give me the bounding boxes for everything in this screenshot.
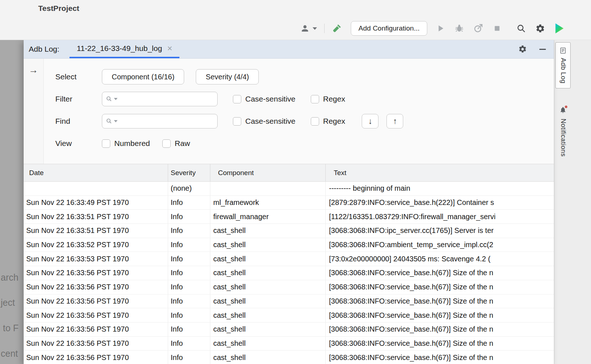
log-component: cast_shell (210, 294, 326, 308)
log-text: [3068:3068:INFO:service_base.h(67)] Size… (326, 323, 554, 336)
background-text-fragment: arch (1, 272, 19, 283)
log-row[interactable]: Sun Nov 22 16:33:51 PST 1970 Info cast_s… (24, 224, 554, 238)
log-severity: Info (168, 351, 210, 364)
log-text: [3068:3068:INFO:service_base.h(67)] Size… (326, 337, 554, 351)
raw-checkbox[interactable]: Raw (162, 139, 190, 148)
log-row[interactable]: Sun Nov 22 16:33:56 PST 1970 Info cast_s… (24, 294, 554, 309)
checkbox-box (233, 95, 241, 103)
filter-regex-checkbox[interactable]: Regex (311, 95, 345, 103)
checkbox-box (233, 117, 241, 126)
build-hammer-icon[interactable] (332, 23, 344, 34)
search-history-chevron-icon[interactable] (114, 120, 118, 122)
log-component (210, 182, 326, 195)
stop-icon[interactable] (491, 23, 503, 34)
log-text: [3068:3068:INFO:ipc_server.cc(1765)] Ser… (326, 224, 554, 238)
log-row[interactable]: Sun Nov 22 16:33:56 PST 1970 Info cast_s… (24, 266, 554, 280)
log-date: Sun Nov 22 16:33:56 PST 1970 (24, 323, 168, 336)
checkbox-label: Raw (175, 139, 190, 148)
log-component: firewall_manager (210, 210, 326, 223)
log-text: [3068:3068:INFO:service_base.h(67)] Size… (326, 280, 554, 294)
log-row[interactable]: Sun Nov 22 16:33:56 PST 1970 Info cast_s… (24, 280, 554, 294)
log-row[interactable]: Sun Nov 22 16:33:49 PST 1970 Info ml_fra… (24, 196, 554, 210)
background-text-fragment: ject (1, 297, 15, 308)
log-document-icon (559, 47, 567, 54)
column-header-severity[interactable]: Severity (168, 164, 210, 181)
log-row[interactable]: Sun Nov 22 16:33:56 PST 1970 Info cast_s… (24, 308, 554, 323)
profiler-icon[interactable] (472, 23, 484, 34)
close-tab-icon[interactable]: × (167, 44, 172, 53)
column-header-date[interactable]: Date (24, 164, 168, 181)
log-component: cast_shell (210, 252, 326, 266)
find-row: Find Case-sensitive Regex ↓ (55, 114, 554, 128)
add-configuration-button[interactable]: Add Configuration... (351, 21, 427, 36)
find-input[interactable] (119, 114, 217, 128)
find-search-box (102, 114, 218, 128)
numbered-checkbox[interactable]: Numbered (102, 139, 150, 148)
main-toolbar: Add Configuration... (299, 21, 565, 36)
tool-strip-tab-adb-log[interactable]: Adb Log (555, 42, 571, 88)
log-date: Sun Nov 22 16:33:56 PST 1970 (24, 266, 168, 280)
header-actions (517, 40, 546, 58)
log-component: cast_shell (210, 280, 326, 294)
background-text-fragment: cent (1, 348, 18, 359)
log-row[interactable]: Sun Nov 22 16:33:51 PST 1970 Info firewa… (24, 210, 554, 224)
log-date: Sun Nov 22 16:33:56 PST 1970 (24, 308, 168, 322)
play-store-icon[interactable] (553, 23, 565, 34)
log-text: [3068:3068:INFO:service_base.h(67)] Size… (326, 294, 554, 308)
checkbox-label: Regex (323, 117, 345, 126)
log-row[interactable]: Sun Nov 22 16:33:52 PST 1970 Info cast_s… (24, 238, 554, 252)
checkbox-box (102, 139, 110, 148)
log-table-header: Date Severity Component Text (24, 164, 554, 182)
checkbox-box (311, 117, 319, 126)
log-severity: Info (168, 196, 210, 210)
log-row[interactable]: (none) --------- beginning of main (24, 182, 554, 196)
log-component: cast_shell (210, 351, 326, 364)
hide-panel-icon[interactable] (539, 49, 546, 50)
find-regex-checkbox[interactable]: Regex (311, 117, 345, 126)
debug-icon[interactable] (453, 23, 465, 34)
search-history-chevron-icon[interactable] (114, 98, 118, 100)
log-text: [3068:3068:INFO:service_base.h(67)] Size… (326, 308, 554, 322)
ide-titlebar: TestProject Add Configuration... (0, 0, 591, 40)
settings-gear-icon[interactable] (534, 23, 546, 34)
run-icon[interactable] (435, 23, 446, 34)
filter-panel: → Select Component (16/16) Severity (4/4… (24, 59, 554, 164)
tool-strip-tab-notifications[interactable]: Notifications (555, 102, 571, 161)
user-profile-button[interactable] (299, 23, 317, 34)
filter-input[interactable] (119, 92, 217, 106)
log-text: [2879:2879:INFO:service_base.h(222)] Con… (326, 196, 554, 210)
log-component: cast_shell (210, 308, 326, 322)
log-severity: Info (168, 294, 210, 308)
search-icon[interactable] (515, 23, 527, 34)
log-severity: Info (168, 238, 210, 252)
log-severity: Info (168, 280, 210, 294)
find-case-sensitive-checkbox[interactable]: Case-sensitive (233, 117, 296, 126)
log-text: --------- beginning of main (326, 182, 554, 195)
column-header-component[interactable]: Component (210, 164, 326, 181)
filter-label: Filter (55, 95, 102, 103)
collapse-arrow-icon[interactable]: → (29, 64, 38, 75)
column-header-text[interactable]: Text (326, 164, 554, 181)
component-filter-button[interactable]: Component (16/16) (102, 69, 184, 84)
project-title: TestProject (38, 4, 79, 13)
view-row: View Numbered Raw (55, 136, 554, 151)
tool-strip-label: Notifications (559, 119, 567, 157)
log-row[interactable]: Sun Nov 22 16:33:53 PST 1970 Info cast_s… (24, 252, 554, 266)
log-severity: Info (168, 308, 210, 322)
severity-filter-button[interactable]: Severity (4/4) (196, 69, 259, 84)
log-row[interactable]: Sun Nov 22 16:33:56 PST 1970 Info cast_s… (24, 337, 554, 351)
log-date: Sun Nov 22 16:33:56 PST 1970 (24, 337, 168, 351)
notification-dot (565, 106, 567, 108)
log-date: Sun Nov 22 16:33:56 PST 1970 (24, 294, 168, 308)
log-severity: Info (168, 323, 210, 336)
find-next-button[interactable]: ↓ (362, 114, 378, 128)
log-row[interactable]: Sun Nov 22 16:33:56 PST 1970 Info cast_s… (24, 351, 554, 364)
find-previous-button[interactable]: ↑ (386, 114, 403, 128)
log-file-tab[interactable]: 11-22_16-33-49_hub_log × (70, 40, 179, 58)
filter-case-sensitive-checkbox[interactable]: Case-sensitive (233, 95, 296, 103)
log-text: [1122/163351.083729:INFO:firewall_manage… (326, 210, 554, 223)
panel-settings-gear-icon[interactable] (517, 43, 528, 55)
log-text: [3068:3068:INFO:service_base.h(67)] Size… (326, 351, 554, 364)
log-severity: Info (168, 252, 210, 266)
log-row[interactable]: Sun Nov 22 16:33:56 PST 1970 Info cast_s… (24, 323, 554, 337)
